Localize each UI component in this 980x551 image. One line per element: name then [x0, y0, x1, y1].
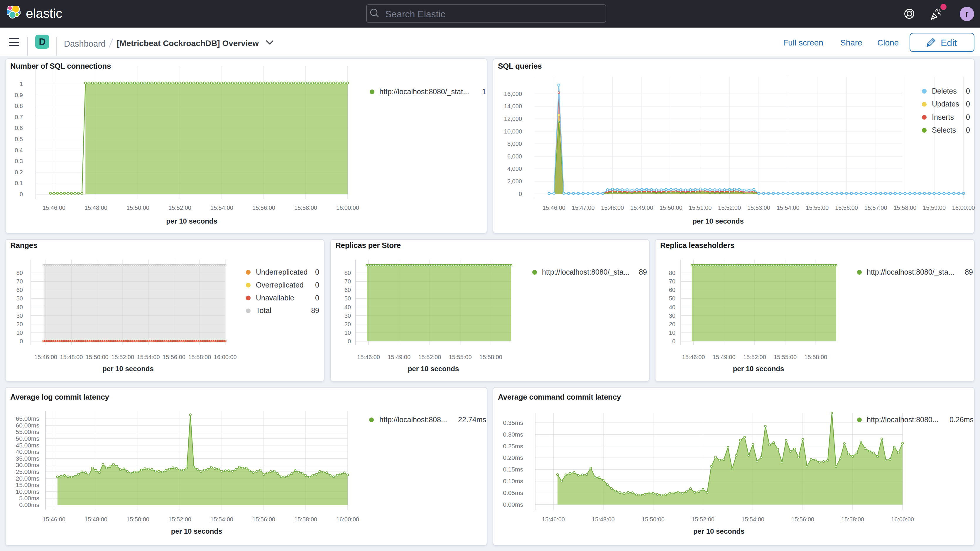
svg-text:60.00ms: 60.00ms [16, 422, 39, 428]
svg-text:0.7: 0.7 [15, 114, 23, 120]
svg-text:15:56:00: 15:56:00 [162, 354, 185, 360]
svg-text:15:53:00: 15:53:00 [747, 204, 770, 211]
svg-text:16:00:00: 16:00:00 [336, 204, 359, 211]
svg-text:0.2: 0.2 [15, 169, 23, 175]
svg-text:60: 60 [16, 287, 23, 293]
svg-text:50: 50 [16, 295, 23, 302]
svg-text:15:46:00: 15:46:00 [542, 204, 565, 211]
svg-text:15:55:00: 15:55:00 [774, 354, 797, 360]
svg-text:0.4: 0.4 [15, 147, 23, 153]
svg-text:15:52:00: 15:52:00 [169, 516, 191, 522]
svg-text:15:59:00: 15:59:00 [923, 204, 946, 211]
svg-text:50.00ms: 50.00ms [16, 435, 39, 442]
svg-text:60: 60 [344, 287, 351, 293]
svg-text:14,000: 14,000 [504, 103, 522, 110]
svg-text:15:48:00: 15:48:00 [592, 516, 615, 522]
svg-text:15:52:00: 15:52:00 [718, 204, 741, 211]
svg-text:89: 89 [965, 268, 973, 276]
svg-text:15:55:00: 15:55:00 [806, 204, 829, 211]
svg-text:15:58:00: 15:58:00 [804, 354, 827, 360]
svg-text:0: 0 [966, 100, 970, 108]
svg-text:12,000: 12,000 [504, 116, 522, 122]
svg-text:0.26ms: 0.26ms [950, 416, 974, 424]
svg-text:0.15ms: 0.15ms [503, 466, 523, 473]
svg-text:25.00ms: 25.00ms [16, 468, 39, 475]
svg-text:Replicas per Store: Replicas per Store [336, 241, 401, 250]
svg-text:40.00ms: 40.00ms [16, 448, 39, 455]
svg-text:0.8: 0.8 [15, 103, 23, 109]
svg-text:15:58:00: 15:58:00 [294, 516, 317, 522]
svg-text:15:58:00: 15:58:00 [841, 516, 864, 522]
svg-text:0.3: 0.3 [15, 158, 23, 164]
svg-text:15:46:00: 15:46:00 [542, 516, 565, 522]
svg-text:0: 0 [966, 87, 970, 95]
svg-text:45.00ms: 45.00ms [16, 442, 39, 449]
svg-text:30.00ms: 30.00ms [16, 462, 39, 468]
svg-text:0: 0 [348, 338, 351, 344]
svg-text:15:48:00: 15:48:00 [84, 516, 107, 522]
svg-text:Underreplicated: Underreplicated [256, 268, 308, 276]
svg-text:0.00ms: 0.00ms [503, 501, 523, 508]
svg-text:16:00:00: 16:00:00 [952, 204, 975, 211]
svg-text:0.5: 0.5 [15, 136, 23, 142]
svg-text:15:54:00: 15:54:00 [777, 204, 800, 211]
svg-text:15:54:00: 15:54:00 [210, 516, 233, 522]
svg-text:70: 70 [344, 278, 351, 285]
svg-text:Deletes: Deletes [932, 87, 957, 95]
svg-text:15:48:00: 15:48:00 [601, 204, 624, 211]
svg-text:http://localhost:8080/_stat...: http://localhost:8080/_stat... [379, 88, 469, 96]
svg-text:0: 0 [966, 113, 970, 121]
svg-text:http://localhost:808...: http://localhost:808... [379, 416, 447, 424]
svg-text:1: 1 [20, 81, 23, 87]
svg-text:0: 0 [315, 281, 319, 289]
svg-text:0: 0 [20, 191, 23, 197]
svg-text:0: 0 [315, 268, 319, 276]
svg-text:15:52:00: 15:52:00 [169, 204, 191, 211]
svg-text:22.74ms: 22.74ms [458, 416, 486, 424]
svg-text:10,000: 10,000 [504, 128, 522, 135]
svg-text:15:50:00: 15:50:00 [126, 516, 150, 522]
svg-text:per 10 seconds: per 10 seconds [692, 217, 744, 225]
svg-text:15:54:00: 15:54:00 [741, 516, 764, 522]
svg-text:0.6: 0.6 [15, 125, 23, 131]
svg-text:16,000: 16,000 [504, 91, 522, 97]
svg-text:0.20ms: 0.20ms [503, 454, 523, 461]
svg-text:15:58:00: 15:58:00 [188, 354, 211, 360]
svg-text:30: 30 [669, 312, 675, 319]
svg-text:Ranges: Ranges [10, 241, 37, 250]
svg-text:0.1: 0.1 [15, 180, 23, 186]
svg-text:0.25ms: 0.25ms [503, 443, 523, 449]
svg-text:15:52:00: 15:52:00 [111, 354, 134, 360]
svg-text:20: 20 [344, 321, 351, 327]
svg-text:15:58:00: 15:58:00 [479, 354, 502, 360]
svg-text:Average command commit latency: Average command commit latency [498, 393, 621, 401]
svg-text:15:56:00: 15:56:00 [252, 516, 275, 522]
svg-text:15:49:00: 15:49:00 [388, 354, 410, 360]
svg-text:10: 10 [344, 330, 351, 336]
svg-text:40: 40 [344, 304, 351, 311]
svg-text:15:57:00: 15:57:00 [864, 204, 887, 211]
svg-text:0.30ms: 0.30ms [503, 431, 523, 438]
svg-text:16:00:00: 16:00:00 [336, 516, 359, 522]
svg-text:15:46:00: 15:46:00 [43, 516, 65, 522]
svg-text:15:46:00: 15:46:00 [682, 354, 705, 360]
svg-text:0.9: 0.9 [15, 92, 23, 98]
svg-text:50: 50 [669, 295, 675, 302]
svg-text:Inserts: Inserts [932, 113, 954, 121]
svg-text:0.10ms: 0.10ms [503, 478, 523, 484]
svg-text:16:00:00: 16:00:00 [214, 354, 237, 360]
svg-text:0: 0 [672, 338, 675, 344]
svg-text:15:51:00: 15:51:00 [689, 204, 712, 211]
svg-text:Total: Total [256, 306, 271, 315]
svg-text:80: 80 [669, 270, 675, 276]
svg-text:0: 0 [20, 338, 23, 344]
svg-text:80: 80 [344, 270, 351, 276]
svg-text:5.00ms: 5.00ms [19, 495, 39, 502]
svg-text:15:58:00: 15:58:00 [893, 204, 916, 211]
svg-text:15:50:00: 15:50:00 [660, 204, 682, 211]
svg-text:20: 20 [16, 321, 23, 327]
svg-text:70: 70 [16, 278, 23, 285]
svg-text:0: 0 [966, 126, 970, 134]
svg-text:10: 10 [16, 330, 23, 336]
svg-text:15:56:00: 15:56:00 [252, 204, 275, 211]
